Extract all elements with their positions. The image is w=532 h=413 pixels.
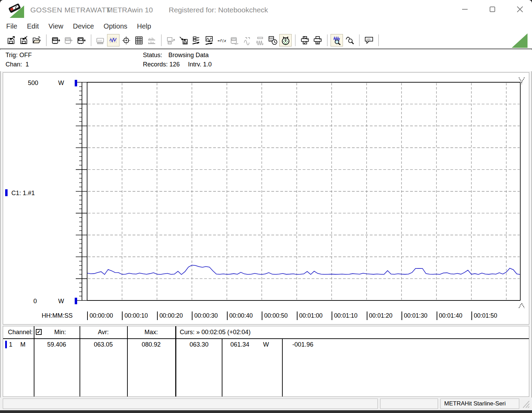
- row-channel-number: 1: [9, 341, 12, 348]
- axis-range-marker-bottom[interactable]: [75, 298, 77, 304]
- status-bar: METRAHit Starline-Seri: [0, 398, 532, 410]
- screen: GOSSEN METRAWATT METRAwin 10 Registered …: [0, 0, 532, 413]
- header-channel: Channel:: [8, 329, 33, 336]
- formula-icon: =f(x): [217, 36, 227, 45]
- import-data-icon: [179, 36, 188, 45]
- status-label: Status:: [143, 52, 162, 59]
- menu-item-edit[interactable]: Edit: [22, 22, 43, 30]
- statusbar-panel-mid: [380, 399, 438, 409]
- device-name: METRAHit Starline-Seri: [444, 400, 506, 407]
- registered-text: Registered for: Notebookcheck: [169, 6, 268, 14]
- memory-read-button[interactable]: M: [75, 34, 87, 46]
- channel-legend: C1: 1.#1: [11, 190, 35, 197]
- svg-text:M: M: [79, 39, 80, 41]
- values-tooltip-button[interactable]: 123: [363, 34, 375, 46]
- device-read-button[interactable]: 321: [50, 34, 62, 46]
- resize-grip[interactable]: [521, 399, 530, 410]
- export-data-button[interactable]: [165, 34, 177, 46]
- x-tick-label: 00:01:00: [297, 311, 323, 320]
- svg-text:12: 12: [270, 38, 272, 41]
- header-avr: Avr:: [80, 329, 127, 336]
- cursor-handle[interactable]: [519, 77, 524, 308]
- xy-chart-button[interactable]: [120, 34, 132, 46]
- menubar: FileEditViewDeviceOptionsHelp: [0, 21, 532, 32]
- live-gauge-icon: [281, 36, 290, 45]
- toolbar-separator: [161, 34, 161, 46]
- x-tick-label: 00:00:50: [262, 311, 288, 320]
- row-cursor-value2: 061.34: [230, 341, 249, 348]
- open-folder-icon: [32, 36, 41, 45]
- zoom-signal-icon: [332, 36, 342, 45]
- print-preview-button[interactable]: [299, 34, 311, 46]
- x-tick-label: 00:01:40: [437, 311, 462, 320]
- import-data-button[interactable]: [177, 34, 190, 46]
- menu-item-help[interactable]: Help: [132, 22, 156, 30]
- menu-item-file[interactable]: File: [1, 22, 22, 30]
- menu-item-options[interactable]: Options: [99, 22, 132, 30]
- print-preview-icon: [300, 36, 310, 45]
- minimize-button[interactable]: [459, 3, 471, 15]
- print-button[interactable]: [311, 34, 324, 46]
- toolbar-separator: [359, 34, 359, 46]
- trigger-status: Trig: OFF: [6, 52, 32, 59]
- save-export-button[interactable]: [5, 34, 17, 46]
- row-unit: W: [263, 341, 269, 348]
- close-icon: [516, 5, 524, 13]
- x-tick-label: 00:00:20: [157, 311, 183, 320]
- interval-value: Intrv. 1.0: [188, 61, 212, 68]
- y-axis-max-label: 500: [17, 80, 38, 87]
- open-file-button[interactable]: [30, 34, 43, 46]
- menu-item-view[interactable]: View: [44, 22, 68, 30]
- trigger-single-button[interactable]: [241, 34, 253, 46]
- line-chart-button[interactable]: [107, 34, 119, 46]
- xy-chart-icon: [122, 36, 131, 45]
- zoom-out-button[interactable]: [343, 34, 356, 46]
- statusbar-panel-device: METRAHit Starline-Seri: [440, 399, 519, 409]
- zoom-signal-button[interactable]: [331, 34, 343, 46]
- numeric-display-button[interactable]: 1257: [94, 34, 107, 46]
- display-setup-button[interactable]: [203, 34, 215, 46]
- data-table-icon: [134, 36, 144, 45]
- x-tick-label: 00:01:50: [471, 311, 497, 320]
- menu-item-device[interactable]: Device: [68, 22, 99, 30]
- memory-read-icon: M: [77, 36, 86, 45]
- stats-table: Channel: ✓ Min: Avr: Max: Curs: » 00:02:…: [3, 326, 529, 397]
- x-tick-label: 00:00:40: [227, 311, 253, 320]
- formula-button[interactable]: =f(x): [216, 34, 228, 46]
- close-button[interactable]: [514, 3, 526, 15]
- x-axis-name: HH:MM:SS: [42, 311, 73, 320]
- x-tick-label: 00:00:30: [192, 311, 218, 320]
- trigger-multi-button[interactable]: [254, 34, 266, 46]
- device-write-button[interactable]: 32K: [62, 34, 75, 46]
- svg-text:123: 123: [366, 38, 370, 41]
- live-gauge-button[interactable]: [279, 34, 292, 46]
- svg-text:32K: 32K: [66, 39, 69, 41]
- chart-panel: 500 W C1: 1.#1 0 W HH:MM:SS 00:00:0000:0…: [3, 72, 529, 325]
- line-chart-icon: [109, 36, 118, 45]
- records-count: Records: 126: [143, 61, 180, 68]
- export-data-icon: [166, 36, 176, 45]
- zoom-out-icon: [345, 36, 354, 45]
- row-min-value: 59.406: [34, 341, 80, 348]
- histogram-icon: [147, 36, 156, 45]
- chart-plot[interactable]: [3, 73, 529, 324]
- data-table-button[interactable]: [133, 34, 145, 46]
- y-axis-unit-top: W: [58, 80, 64, 87]
- channel-setup-button[interactable]: [190, 34, 202, 46]
- trigger-single-icon: [243, 36, 252, 45]
- x-tick-label: 00:01:10: [332, 311, 357, 320]
- save-as-button[interactable]: [18, 34, 30, 46]
- toolbar: 32132K M 1257=f(x)32112123: [0, 32, 532, 49]
- toolbar-separator: [378, 34, 379, 46]
- histogram-button[interactable]: [145, 34, 158, 46]
- maximize-button[interactable]: [487, 3, 498, 15]
- info-bar: Trig: OFF Chan: 1 Status: Browsing Data …: [0, 50, 532, 71]
- minimize-icon: [461, 6, 469, 13]
- status-value: Browsing Data: [168, 52, 209, 59]
- device-settings-button[interactable]: 321: [228, 34, 241, 46]
- brand-triangle-icon: [512, 33, 528, 48]
- channel-status: Chan: 1: [6, 61, 29, 68]
- y-axis-unit-bottom: W: [58, 298, 64, 305]
- axis-range-marker-top[interactable]: [75, 80, 77, 86]
- time-setup-button[interactable]: 12: [267, 34, 279, 46]
